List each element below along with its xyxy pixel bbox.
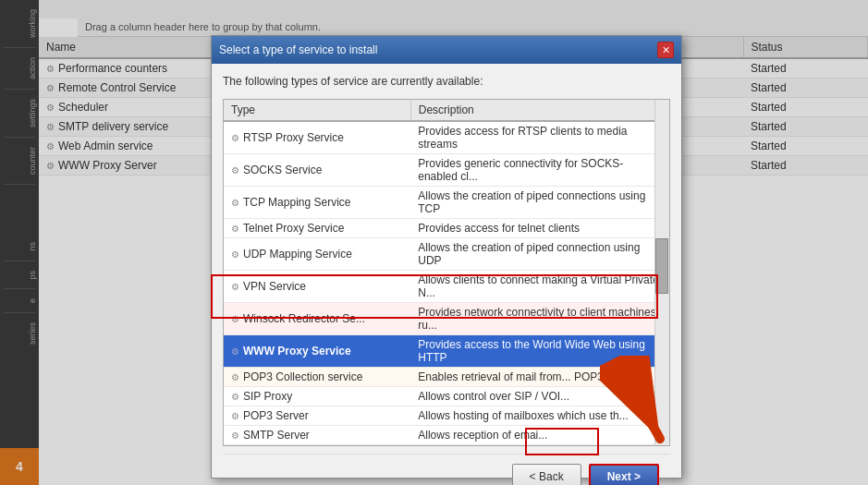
service-icon: ⚙ <box>231 133 239 143</box>
list-item[interactable]: ⚙VPN Service Allows clients to connect m… <box>224 271 669 303</box>
dialog-close-button[interactable]: ✕ <box>657 42 674 58</box>
service-icon: ⚙ <box>231 224 239 234</box>
next-button[interactable]: Next > <box>589 464 659 485</box>
service-icon: ⚙ <box>231 198 239 208</box>
service-icon: ⚙ <box>231 411 239 421</box>
service-icon: ⚙ <box>231 392 239 402</box>
scrollbar-thumb[interactable] <box>655 238 668 294</box>
col-desc[interactable]: Description <box>410 100 668 121</box>
service-icon: ⚙ <box>231 430 239 441</box>
dialog-title: Select a type of service to install <box>219 43 377 56</box>
service-icon: ⚙ <box>231 346 239 357</box>
dialog-description: The following types of service are curre… <box>223 75 670 88</box>
list-item[interactable]: ⚙UDP Mapping Service Allows the creation… <box>224 238 669 271</box>
service-icon: ⚙ <box>231 282 239 292</box>
service-icon: ⚙ <box>231 165 239 176</box>
service-icon: ⚙ <box>231 314 239 324</box>
col-type[interactable]: Type <box>224 100 410 121</box>
list-item[interactable]: ⚙RTSP Proxy Service Provides access for … <box>224 121 669 154</box>
list-item[interactable]: ⚙Winsock Redirector Se... Provides netwo… <box>224 303 669 335</box>
main-window: working action settings counter ns ps e … <box>0 0 868 485</box>
list-item[interactable]: ⚙TCP Mapping Service Allows the creation… <box>224 187 669 219</box>
dialog-titlebar: Select a type of service to install ✕ <box>212 36 681 64</box>
service-icon: ⚙ <box>231 249 239 260</box>
back-button[interactable]: < Back <box>512 464 581 485</box>
arrow-annotation <box>600 356 683 457</box>
list-item[interactable]: ⚙SOCKS Service Provides generic connecti… <box>224 154 669 187</box>
dialog-footer: < Back Next > <box>223 454 670 485</box>
service-icon: ⚙ <box>231 372 239 382</box>
list-item[interactable]: ⚙Telnet Proxy Service Provides access fo… <box>224 219 669 238</box>
